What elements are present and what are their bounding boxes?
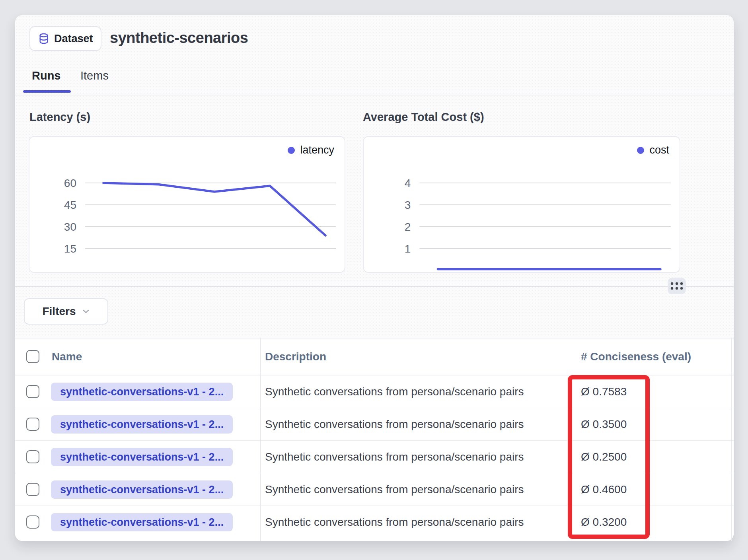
select-all-checkbox[interactable] xyxy=(26,350,39,363)
table-row: synthetic-conversations-v1 - 2... Synthe… xyxy=(15,473,734,506)
run-name-link[interactable]: synthetic-conversations-v1 - 2... xyxy=(51,480,233,499)
database-icon xyxy=(38,33,50,45)
run-description: Synthetic conversations from persona/sce… xyxy=(265,408,524,440)
svg-text:15: 15 xyxy=(64,243,76,255)
table-header-row: Name Description # Conciseness (eval) xyxy=(15,338,734,375)
run-name-label: synthetic-conversations-v1 - 2... xyxy=(60,451,224,463)
legend-dot-icon xyxy=(637,147,644,154)
row-checkbox[interactable] xyxy=(26,418,39,431)
run-description: Synthetic conversations from persona/sce… xyxy=(265,375,524,408)
run-name-label: synthetic-conversations-v1 - 2... xyxy=(60,516,224,529)
conciseness-value: Ø 0.3500 xyxy=(581,408,627,440)
run-name-link[interactable]: synthetic-conversations-v1 - 2... xyxy=(51,415,233,434)
svg-text:1: 1 xyxy=(405,243,411,255)
cost-chart-panel: 1234 cost xyxy=(363,136,680,273)
run-name-link[interactable]: synthetic-conversations-v1 - 2... xyxy=(51,448,233,466)
cost-chart-title: Average Total Cost ($) xyxy=(363,111,484,124)
table-row: synthetic-conversations-v1 - 2... Synthe… xyxy=(15,375,734,408)
run-description: Synthetic conversations from persona/sce… xyxy=(265,473,524,506)
table-row: synthetic-conversations-v1 - 2... Synthe… xyxy=(15,506,734,539)
svg-text:4: 4 xyxy=(405,177,411,189)
runs-table: Name Description # Conciseness (eval) sy… xyxy=(15,338,734,541)
run-description: Synthetic conversations from persona/sce… xyxy=(265,506,524,539)
conciseness-value: Ø 0.3200 xyxy=(581,506,627,539)
row-checkbox[interactable] xyxy=(26,515,39,529)
section-divider xyxy=(15,286,734,287)
svg-text:30: 30 xyxy=(64,221,76,233)
latency-chart-title: Latency (s) xyxy=(29,111,90,124)
table-row: synthetic-conversations-v1 - 2... Synthe… xyxy=(15,408,734,441)
run-name-label: synthetic-conversations-v1 - 2... xyxy=(60,484,224,496)
grip-dots-icon xyxy=(670,281,684,291)
svg-text:2: 2 xyxy=(405,221,411,233)
tab-runs[interactable]: Runs xyxy=(32,69,61,82)
latency-line-chart: 15304560 xyxy=(29,137,345,272)
badge-label: Dataset xyxy=(54,33,93,45)
legend-label: latency xyxy=(300,144,334,156)
table-body: synthetic-conversations-v1 - 2... Synthe… xyxy=(15,375,734,539)
svg-text:3: 3 xyxy=(405,199,411,211)
run-description: Synthetic conversations from persona/sce… xyxy=(265,441,524,473)
run-name-label: synthetic-conversations-v1 - 2... xyxy=(60,386,224,398)
legend-label: cost xyxy=(649,144,669,156)
conciseness-value: Ø 0.7583 xyxy=(581,375,627,408)
conciseness-value: Ø 0.2500 xyxy=(581,441,627,473)
cost-line-chart: 1234 xyxy=(364,137,680,272)
svg-text:60: 60 xyxy=(64,177,76,189)
table-row: synthetic-conversations-v1 - 2... Synthe… xyxy=(15,441,734,473)
filters-button[interactable]: Filters xyxy=(24,298,108,325)
latency-legend: latency xyxy=(288,144,334,156)
run-name-link[interactable]: synthetic-conversations-v1 - 2... xyxy=(51,513,233,531)
column-header-name: Name xyxy=(52,338,82,375)
row-checkbox[interactable] xyxy=(26,450,39,463)
svg-text:45: 45 xyxy=(64,199,76,211)
cost-legend: cost xyxy=(637,144,669,156)
run-name-link[interactable]: synthetic-conversations-v1 - 2... xyxy=(51,383,233,401)
active-tab-underline xyxy=(23,90,71,93)
page-title: synthetic-scenarios xyxy=(110,29,248,47)
tab-items[interactable]: Items xyxy=(80,69,109,82)
latency-chart-panel: 15304560 latency xyxy=(29,136,345,273)
conciseness-value: Ø 0.4600 xyxy=(581,473,627,506)
drag-handle[interactable] xyxy=(668,278,686,294)
column-header-description: Description xyxy=(265,338,326,375)
dataset-badge: Dataset xyxy=(29,26,101,51)
row-checkbox[interactable] xyxy=(26,483,39,496)
dataset-card: Dataset synthetic-scenarios Runs Items L… xyxy=(15,15,734,541)
chevron-down-icon xyxy=(82,307,90,315)
legend-dot-icon xyxy=(288,147,295,154)
run-name-label: synthetic-conversations-v1 - 2... xyxy=(60,418,224,431)
column-header-conciseness: # Conciseness (eval) xyxy=(581,338,691,375)
filters-button-label: Filters xyxy=(42,305,76,318)
tabs-divider xyxy=(15,95,734,95)
row-checkbox[interactable] xyxy=(26,385,39,398)
